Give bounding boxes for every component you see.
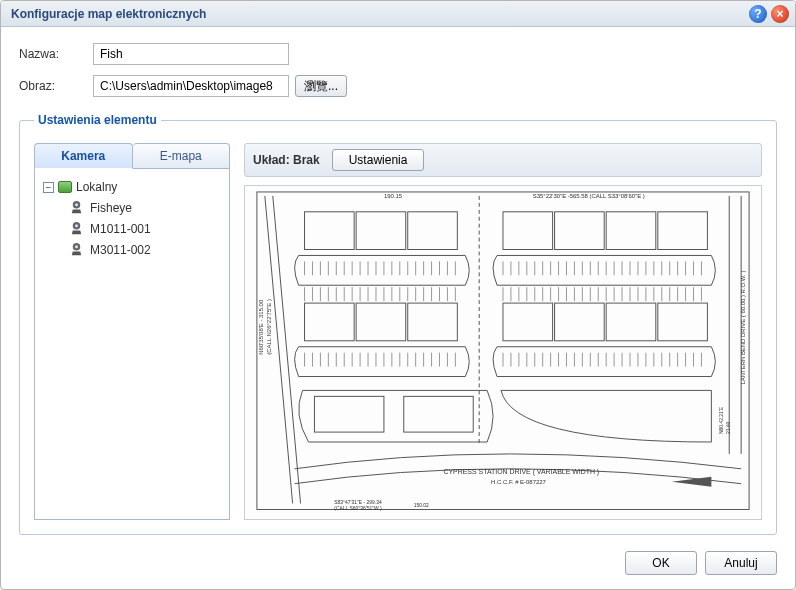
layout-prefix: Układ: — [253, 153, 293, 167]
close-button[interactable]: × — [771, 5, 789, 23]
camera-icon — [69, 242, 84, 257]
svg-rect-9 — [305, 212, 355, 250]
group-legend: Ustawienia elementu — [34, 113, 161, 127]
svg-text:S35°22'30"E -565.58  (CALL S33: S35°22'30"E -565.58 (CALL S33°08'60"E ) — [533, 193, 645, 199]
layout-value: Brak — [293, 153, 320, 167]
svg-rect-18 — [408, 303, 458, 341]
lan-icon — [58, 181, 72, 193]
layout-label: Układ: Brak — [253, 153, 320, 167]
svg-rect-22 — [658, 303, 708, 341]
cancel-button[interactable]: Anuluj — [705, 551, 777, 575]
row-image: Obraz: 瀏覽... — [19, 75, 777, 97]
dialog-footer: OK Anuluj — [1, 541, 795, 589]
svg-rect-14 — [606, 212, 656, 250]
svg-text:(CALL S60°36'51"W ): (CALL S60°36'51"W ) — [334, 506, 382, 511]
layout-header: Układ: Brak Ustawienia — [244, 143, 762, 177]
svg-rect-15 — [658, 212, 708, 250]
tree-toggle-icon[interactable]: − — [43, 182, 54, 193]
svg-text:150.02: 150.02 — [414, 503, 429, 508]
svg-rect-13 — [555, 212, 605, 250]
tree-root[interactable]: − Lokalny — [41, 177, 223, 197]
browse-button[interactable]: 瀏覽... — [295, 75, 347, 97]
svg-point-5 — [75, 245, 78, 248]
svg-text:S83°47'31"E - 299.34: S83°47'31"E - 299.34 — [334, 500, 382, 505]
svg-rect-12 — [503, 212, 553, 250]
name-input[interactable] — [93, 43, 289, 65]
tree-item[interactable]: M1011-001 — [41, 218, 223, 239]
titlebar: Konfiguracje map elektronicznych ? × — [1, 1, 795, 27]
ok-button[interactable]: OK — [625, 551, 697, 575]
tree-root-label: Lokalny — [76, 180, 117, 194]
svg-rect-10 — [356, 212, 406, 250]
svg-rect-16 — [305, 303, 355, 341]
svg-rect-19 — [503, 303, 553, 341]
image-path-input[interactable] — [93, 75, 289, 97]
row-name: Nazwa: — [19, 43, 777, 65]
device-tree[interactable]: − Lokalny Fisheye M1011-0 — [34, 169, 230, 520]
tree-item[interactable]: M3011-002 — [41, 239, 223, 260]
left-column: Kamera E-mapa − Lokalny Fisheye — [34, 143, 230, 520]
tab-camera[interactable]: Kamera — [34, 143, 133, 169]
svg-text:CYPRESS STATION DRIVE ( VARIAB: CYPRESS STATION DRIVE ( VARIABLE WIDTH ) — [443, 468, 599, 476]
svg-text:N60.42.21'E: N60.42.21'E — [719, 406, 724, 434]
svg-rect-20 — [555, 303, 605, 341]
name-label: Nazwa: — [19, 47, 93, 61]
window-title: Konfiguracje map elektronicznych — [11, 7, 206, 21]
svg-point-3 — [75, 224, 78, 227]
map-canvas[interactable]: 190.15 S35°22'30"E -565.58 (CALL S33°08'… — [244, 185, 762, 520]
svg-text:N60'35'08'E - 315.00: N60'35'08'E - 315.00 — [258, 299, 264, 355]
svg-rect-24 — [404, 396, 473, 432]
help-button[interactable]: ? — [749, 5, 767, 23]
svg-text:LANTERN BEND DRIVE ( 60.00.) R: LANTERN BEND DRIVE ( 60.00.) R.O.W. ) — [740, 271, 746, 385]
svg-rect-23 — [314, 396, 383, 432]
svg-rect-17 — [356, 303, 406, 341]
svg-text:190.15: 190.15 — [384, 193, 403, 199]
svg-rect-21 — [606, 303, 656, 341]
tree-item-label: Fisheye — [90, 201, 132, 215]
tree-item-label: M3011-002 — [90, 243, 151, 257]
svg-rect-11 — [408, 212, 458, 250]
image-label: Obraz: — [19, 79, 93, 93]
svg-text:(CALL N26°22'75"E ): (CALL N26°22'75"E ) — [266, 299, 272, 355]
element-settings-group: Ustawienia elementu Kamera E-mapa − Loka… — [19, 113, 777, 535]
tab-emap[interactable]: E-mapa — [133, 143, 231, 169]
svg-text:H.C.C.F. # E-087227: H.C.C.F. # E-087227 — [491, 479, 546, 485]
camera-icon — [69, 200, 84, 215]
svg-text:21.40: 21.40 — [726, 421, 731, 434]
svg-point-1 — [75, 203, 78, 206]
layout-settings-button[interactable]: Ustawienia — [332, 149, 425, 171]
right-column: Układ: Brak Ustawienia — [244, 143, 762, 520]
camera-icon — [69, 221, 84, 236]
tree-item[interactable]: Fisheye — [41, 197, 223, 218]
tree-item-label: M1011-001 — [90, 222, 151, 236]
dialog-content: Nazwa: Obraz: 瀏覽... Ustawienia elementu … — [1, 27, 795, 541]
tabs: Kamera E-mapa — [34, 143, 230, 169]
